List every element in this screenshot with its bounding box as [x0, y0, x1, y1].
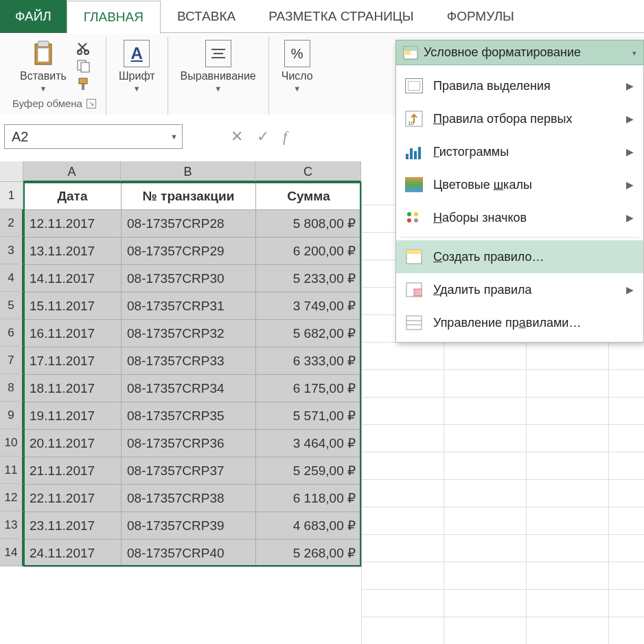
table-row[interactable]: 13.11.201708-17357CRP296 200,00 ₽: [24, 238, 362, 265]
cell[interactable]: 08-17357CRP35: [122, 402, 256, 430]
conditional-formatting-header[interactable]: Условное форматирование ▾: [395, 40, 644, 65]
cell[interactable]: Дата: [24, 183, 122, 210]
cell[interactable]: 08-17357CRP40: [122, 540, 256, 567]
cell[interactable]: 5 682,00 ₽: [256, 320, 362, 347]
row-header[interactable]: 7: [0, 347, 23, 374]
table-row[interactable]: 17.11.201708-17357CRP336 333,00 ₽: [24, 347, 362, 375]
row-header[interactable]: 11: [0, 457, 23, 484]
cell[interactable]: 5 571,00 ₽: [256, 402, 362, 430]
cell[interactable]: 08-17357CRP34: [122, 375, 256, 402]
cell[interactable]: 4 683,00 ₽: [256, 512, 362, 540]
cell[interactable]: 08-17357CRP37: [122, 457, 256, 485]
row-header[interactable]: 6: [0, 319, 23, 347]
alignment-button[interactable]: Выравнивание ▼: [178, 38, 259, 93]
cell[interactable]: 15.11.2017: [24, 292, 122, 320]
tab-home[interactable]: ГЛАВНАЯ: [67, 1, 161, 34]
tab-insert[interactable]: ВСТАВКА: [161, 0, 252, 33]
cell[interactable]: 08-17357CRP31: [122, 292, 256, 320]
cell[interactable]: 17.11.2017: [24, 347, 122, 375]
col-header-C[interactable]: C: [255, 161, 361, 182]
cell[interactable]: 5 268,00 ₽: [256, 540, 362, 567]
cell[interactable]: 5 259,00 ₽: [256, 457, 362, 485]
cell[interactable]: 5 233,00 ₽: [256, 265, 362, 292]
cell[interactable]: 08-17357CRP39: [122, 512, 256, 540]
select-all-corner[interactable]: [0, 161, 23, 182]
row-header[interactable]: 14: [0, 539, 23, 566]
row-header[interactable]: 3: [0, 237, 23, 264]
col-header-B[interactable]: B: [121, 161, 255, 182]
cell[interactable]: 23.11.2017: [24, 512, 122, 540]
confirm-icon[interactable]: ✓: [257, 128, 269, 146]
cell[interactable]: 6 175,00 ₽: [256, 375, 362, 402]
cell[interactable]: 3 464,00 ₽: [256, 430, 362, 457]
table-row[interactable]: 14.11.201708-17357CRP305 233,00 ₽: [24, 265, 362, 292]
font-button[interactable]: А Шрифт ▼: [116, 38, 158, 93]
cell[interactable]: 08-17357CRP38: [122, 485, 256, 512]
row-header[interactable]: 12: [0, 484, 23, 511]
table-row[interactable]: 19.11.201708-17357CRP355 571,00 ₽: [24, 402, 362, 430]
number-button[interactable]: % Число ▼: [279, 38, 316, 93]
cell[interactable]: 18.11.2017: [24, 375, 122, 402]
table-row[interactable]: 16.11.201708-17357CRP325 682,00 ₽: [24, 320, 362, 347]
cell[interactable]: 22.11.2017: [24, 485, 122, 512]
table-row[interactable]: 21.11.201708-17357CRP375 259,00 ₽: [24, 457, 362, 485]
cell[interactable]: 08-17357CRP32: [122, 320, 256, 347]
cell[interactable]: 16.11.2017: [24, 320, 122, 347]
row-header[interactable]: 9: [0, 402, 23, 429]
menu-manage-rules[interactable]: Управление правилами…: [396, 306, 643, 339]
cell[interactable]: 08-17357CRP36: [122, 430, 256, 457]
cell[interactable]: 12.11.2017: [24, 210, 122, 238]
tab-page-layout[interactable]: РАЗМЕТКА СТРАНИЦЫ: [252, 0, 430, 33]
menu-clear-rules[interactable]: Удалить правила ▶: [396, 273, 643, 306]
col-header-A[interactable]: A: [23, 161, 121, 182]
menu-top-bottom-rules[interactable]: 10 ППравила отбора первыхравила отбора п…: [396, 102, 643, 135]
cell[interactable]: 13.11.2017: [24, 238, 122, 265]
row-header[interactable]: 1: [0, 182, 23, 209]
row-header[interactable]: 10: [0, 429, 23, 457]
table-row[interactable]: 20.11.201708-17357CRP363 464,00 ₽: [24, 430, 362, 457]
row-header[interactable]: 8: [0, 374, 23, 402]
row-header[interactable]: 2: [0, 209, 23, 237]
row-header[interactable]: 13: [0, 511, 23, 539]
fx-icon[interactable]: f: [283, 128, 287, 146]
table-row[interactable]: 18.11.201708-17357CRP346 175,00 ₽: [24, 375, 362, 402]
cell[interactable]: 21.11.2017: [24, 457, 122, 485]
cell[interactable]: 24.11.2017: [24, 540, 122, 567]
cell[interactable]: 20.11.2017: [24, 430, 122, 457]
cancel-icon[interactable]: ✕: [231, 128, 243, 146]
row-header[interactable]: 4: [0, 264, 23, 292]
cell[interactable]: 08-17357CRP29: [122, 238, 256, 265]
table-row[interactable]: 15.11.201708-17357CRP313 749,00 ₽: [24, 292, 362, 320]
menu-new-rule[interactable]: Создать правило…: [396, 240, 643, 273]
tab-file[interactable]: ФАЙЛ: [0, 0, 67, 33]
data-table[interactable]: Дата№ транзакцииСумма12.11.201708-17357C…: [23, 182, 362, 567]
cell[interactable]: 6 118,00 ₽: [256, 485, 362, 512]
menu-color-scales[interactable]: Цветовые шкалы ▶: [396, 168, 643, 201]
table-row[interactable]: 22.11.201708-17357CRP386 118,00 ₽: [24, 485, 362, 512]
menu-data-bars[interactable]: Гистограммы ▶: [396, 135, 643, 168]
cell[interactable]: 08-17357CRP30: [122, 265, 256, 292]
cell[interactable]: 5 808,00 ₽: [256, 210, 362, 238]
cut-icon[interactable]: [76, 41, 91, 55]
row-header[interactable]: 5: [0, 292, 23, 319]
table-row[interactable]: 12.11.201708-17357CRP285 808,00 ₽: [24, 210, 362, 238]
cell[interactable]: 08-17357CRP33: [122, 347, 256, 375]
menu-highlight-cells-rules[interactable]: Правила выделения ▶: [396, 69, 643, 102]
cell[interactable]: 19.11.2017: [24, 402, 122, 430]
format-painter-icon[interactable]: [76, 77, 91, 91]
tab-formulas[interactable]: ФОРМУЛЫ: [430, 0, 531, 33]
table-row[interactable]: Дата№ транзакцииСумма: [24, 183, 362, 210]
clipboard-dialog-launcher[interactable]: ↘: [87, 99, 96, 108]
cell[interactable]: Сумма: [256, 183, 362, 210]
cell[interactable]: 6 200,00 ₽: [256, 238, 362, 265]
cell[interactable]: 08-17357CRP28: [122, 210, 256, 238]
cell[interactable]: 6 333,00 ₽: [256, 347, 362, 375]
cell[interactable]: 3 749,00 ₽: [256, 292, 362, 320]
copy-icon[interactable]: [76, 59, 91, 73]
cell[interactable]: 14.11.2017: [24, 265, 122, 292]
paste-button[interactable]: Вставить ▼: [17, 38, 69, 93]
menu-icon-sets[interactable]: Наборы значков ▶: [396, 201, 643, 234]
table-row[interactable]: 24.11.201708-17357CRP405 268,00 ₽: [24, 540, 362, 567]
cell[interactable]: № транзакции: [122, 183, 256, 210]
name-box[interactable]: A2 ▼: [4, 124, 183, 149]
